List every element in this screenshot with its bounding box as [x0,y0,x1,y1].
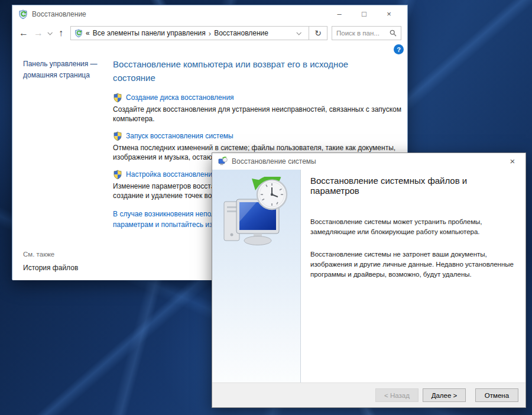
wizard-paragraph-1: Восстановление системы может устранить п… [310,217,514,236]
navigation-toolbar: ← → ↑ « Все элементы панели управления ›… [12,23,407,43]
sidebar-item-file-history[interactable]: История файлов [23,264,78,272]
window-title: Восстановление системы [232,157,316,166]
address-bar[interactable]: « Все элементы панели управления › Восст… [70,26,327,40]
address-recovery-icon [74,29,83,37]
list-item-create-recovery-drive: Создание диска восстановления Создайте д… [113,93,401,124]
minimize-icon[interactable]: – [327,5,352,23]
create-recovery-drive-link[interactable]: Создание диска восстановления [113,93,401,102]
window-title: Восстановление [32,10,86,18]
back-button[interactable]: < Назад [375,388,419,402]
sidebar-item-control-panel-home[interactable]: Панель управления — домашняя страница [23,59,113,80]
close-icon[interactable]: × [377,5,401,23]
breadcrumb-control-panel-items[interactable]: Все элементы панели управления [93,29,206,37]
uac-shield-icon [113,131,122,141]
uac-shield-icon [113,170,122,179]
recovery-app-icon [18,9,28,19]
window-controls: – □ × [327,5,401,23]
wizard-body: Восстановление системных файлов и параме… [212,170,525,382]
wizard-side-panel [212,170,301,382]
breadcrumb-guillemet[interactable]: « [86,29,90,37]
sidebar: Панель управления — домашняя страница См… [12,43,113,280]
recent-pages-chevron-icon[interactable] [47,30,52,35]
search-icon[interactable] [390,30,397,37]
uac-shield-icon [113,93,122,102]
close-icon[interactable]: × [505,156,520,166]
system-restore-window: Восстановление системы × [212,153,526,408]
wizard-titlebar: Восстановление системы × [212,153,525,170]
help-icon[interactable]: ? [394,44,404,54]
wizard-footer: < Назад Далее > Отмена [212,382,525,407]
page-title: Восстановление компьютера или возврат ег… [113,57,401,85]
wizard-heading: Восстановление системных файлов и параме… [310,176,515,196]
system-restore-illustration-icon [221,177,292,254]
breadcrumb-recovery[interactable]: Восстановление [214,29,268,37]
back-icon[interactable]: ← [18,28,29,38]
wizard-paragraph-2: Восстановление системы не затронет ваши … [310,249,514,279]
search-input[interactable] [336,30,387,37]
see-also-label: См. также [23,251,54,258]
breadcrumb-separator-icon: › [209,29,211,38]
next-button[interactable]: Далее > [423,388,466,402]
system-restore-app-icon [218,157,228,166]
address-dropdown-chevron-icon[interactable] [297,30,301,35]
cancel-button[interactable]: Отмена [475,388,518,402]
wizard-content: Восстановление системных файлов и параме… [301,170,525,382]
recovery-titlebar: Восстановление – □ × [12,5,407,23]
create-recovery-drive-desc: Создайте диск восстановления для устране… [113,105,401,124]
open-system-restore-link[interactable]: Запуск восстановления системы [113,131,401,141]
maximize-icon[interactable]: □ [352,5,377,23]
forward-icon[interactable]: → [33,28,44,38]
desktop-wallpaper: Восстановление – □ × ← → ↑ « Все элемент… [0,0,532,415]
refresh-icon[interactable]: ↻ [309,27,327,40]
search-box [332,26,401,40]
up-icon[interactable]: ↑ [56,28,66,38]
